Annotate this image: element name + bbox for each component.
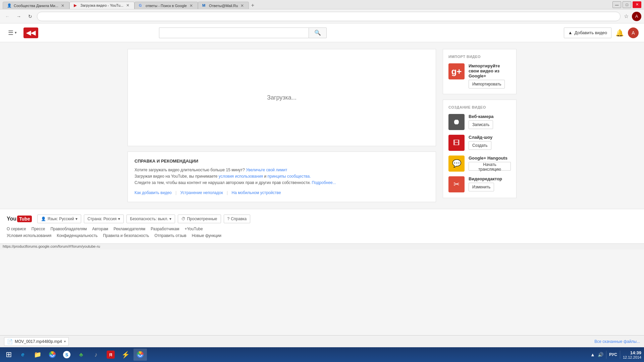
create-section-title: СОЗДАНИЕ ВИДЕО bbox=[448, 105, 511, 109]
webcam-item: ⏺ Веб-камера Записать bbox=[448, 114, 511, 130]
footer-link-authors[interactable]: Авторам bbox=[92, 227, 108, 231]
taskbar-music[interactable]: ♪ bbox=[89, 349, 103, 361]
info-link4[interactable]: Подробнее... bbox=[312, 180, 336, 185]
upload-box[interactable]: Загрузка... bbox=[127, 49, 436, 146]
taskbar-chrome[interactable] bbox=[46, 349, 59, 361]
back-button[interactable]: ← bbox=[3, 12, 12, 21]
refresh-button[interactable]: ↻ bbox=[25, 12, 35, 21]
tab-title-2: Загрузка видео - YouTu... bbox=[80, 3, 123, 7]
add-video-button[interactable]: ▲ Добавить видео bbox=[564, 27, 611, 38]
info-link1[interactable]: Увеличьте свой лимит bbox=[246, 168, 287, 172]
how-to-add-link[interactable]: Как добавить видео bbox=[135, 190, 172, 195]
info-link2[interactable]: условия использования bbox=[219, 174, 263, 179]
start-button[interactable]: ⊞ bbox=[3, 349, 15, 361]
slideshow-button[interactable]: Создать bbox=[469, 141, 491, 150]
taskbar-folder[interactable]: 📁 bbox=[31, 349, 44, 361]
history-button[interactable]: ⏱ Просмотренные bbox=[178, 215, 221, 223]
search-input[interactable] bbox=[159, 27, 309, 38]
taskbar-greenapp[interactable]: ♣ bbox=[74, 349, 88, 361]
download-bar: 📄 MOV_0017.mp4480p.mp4 ▾ Все скачанные ф… bbox=[0, 335, 644, 347]
youtube-logo[interactable]: ◀◀ bbox=[23, 27, 38, 38]
bookmark-star-icon[interactable]: ☆ bbox=[624, 13, 629, 19]
editor-button[interactable]: Изменить bbox=[469, 183, 494, 191]
taskbar-chrome2[interactable] bbox=[133, 349, 147, 361]
new-tab-button[interactable]: + bbox=[249, 2, 256, 9]
browser-tab-1[interactable]: 👤 Сообщества Данила Ми... ✕ bbox=[3, 2, 69, 9]
language-button[interactable]: 👤 Язык: Русский ▾ bbox=[37, 215, 81, 223]
hamburger-menu-button[interactable]: ☰ ▾ bbox=[5, 28, 19, 38]
user-avatar-button[interactable]: A bbox=[628, 27, 639, 38]
notification-button[interactable]: 🔔 bbox=[615, 29, 624, 37]
tab-close-3[interactable]: ✕ bbox=[189, 3, 194, 9]
footer-link-rights[interactable]: Правообладателям bbox=[50, 227, 87, 231]
taskbar-yandex[interactable]: Я bbox=[104, 349, 117, 361]
import-button[interactable]: Импортировать bbox=[469, 80, 505, 88]
footer-links2: Условия использования Конфиденциальность… bbox=[7, 233, 637, 238]
download-file-icon: 📄 bbox=[7, 339, 13, 344]
minimize-button[interactable]: — bbox=[612, 1, 621, 8]
footer-link-about[interactable]: О сервисе bbox=[7, 227, 26, 231]
download-item-arrow[interactable]: ▾ bbox=[64, 340, 66, 343]
maximize-button[interactable]: □ bbox=[623, 1, 631, 8]
safety-button[interactable]: Безопасность: выкл. ▾ bbox=[126, 215, 175, 223]
help-button[interactable]: ? Справка bbox=[224, 215, 251, 223]
footer-logo-you: You bbox=[7, 216, 16, 222]
user-account-icon[interactable]: A bbox=[632, 12, 641, 21]
volume-indicator[interactable]: 🔊 bbox=[598, 352, 603, 357]
footer-link-dev[interactable]: Разработчикам bbox=[151, 227, 179, 231]
tab-favicon-2: ▶ bbox=[74, 3, 78, 8]
hamburger-icon: ☰ bbox=[8, 29, 13, 37]
webcam-button[interactable]: Записать bbox=[469, 120, 493, 129]
skype-icon: S bbox=[63, 351, 70, 358]
network-indicator[interactable]: ▲ bbox=[590, 352, 595, 357]
footer-link-plusyt[interactable]: +YouTube bbox=[184, 227, 203, 231]
search-button[interactable]: 🔍 bbox=[309, 27, 327, 38]
all-downloads-link[interactable]: Все скачанные файлы... bbox=[594, 339, 640, 344]
content-scroll: ☰ ▾ ◀◀ 🔍 ▲ Добавить видео 🔔 bbox=[0, 23, 644, 335]
forward-button[interactable]: → bbox=[14, 12, 23, 21]
footer-link-feedback[interactable]: Отправить отзыв bbox=[154, 233, 186, 238]
hangouts-name: Google+ Hangouts bbox=[469, 156, 511, 161]
address-bar[interactable]: www.youtube.com/upload bbox=[37, 12, 621, 21]
browser-tab-4[interactable]: M Ответы@Mail.Ru ✕ bbox=[198, 2, 249, 9]
hamburger-arrow: ▾ bbox=[15, 31, 17, 35]
taskbar-yandex2[interactable]: ⚡ bbox=[119, 349, 132, 361]
tab-close-4[interactable]: ✕ bbox=[240, 3, 245, 9]
greenapp-icon: ♣ bbox=[77, 351, 85, 359]
hangouts-button[interactable]: Начать трансляцию bbox=[469, 162, 511, 171]
info-and: и bbox=[264, 174, 266, 179]
avatar-icon: A bbox=[632, 30, 635, 36]
page-wrapper: ☰ ▾ ◀◀ 🔍 ▲ Добавить видео 🔔 bbox=[0, 23, 644, 347]
troubleshoot-link[interactable]: Устранение неполадок bbox=[180, 190, 223, 195]
footer-link-terms[interactable]: Условия использования bbox=[7, 233, 51, 238]
country-arrow: ▾ bbox=[118, 217, 120, 221]
country-button[interactable]: Страна: Россия ▾ bbox=[84, 215, 124, 223]
mobile-link[interactable]: На мобильном устройстве bbox=[232, 190, 281, 195]
safety-label: Безопасность: выкл. bbox=[130, 217, 168, 221]
footer-logo-tube: Tube bbox=[17, 216, 32, 222]
footer-link-press[interactable]: Прессе bbox=[32, 227, 45, 231]
tab-close-2[interactable]: ✕ bbox=[125, 2, 130, 8]
time-display: 14:39 bbox=[623, 350, 641, 355]
close-button[interactable]: ✕ bbox=[633, 1, 641, 8]
yandex2-icon: ⚡ bbox=[121, 351, 129, 359]
webcam-icon: ⏺ bbox=[453, 118, 460, 126]
language-indicator[interactable]: РУС bbox=[609, 352, 617, 357]
browser-tab-3[interactable]: G ответы - Поиск в Google ✕ bbox=[135, 2, 198, 9]
download-item[interactable]: 📄 MOV_0017.mp4480p.mp4 ▾ bbox=[4, 337, 69, 346]
footer-link-privacy[interactable]: Конфиденциальность bbox=[57, 233, 98, 238]
import-item-name: Импортируйте свои видео из Google+ bbox=[469, 63, 511, 78]
editor-thumbnail: ✂ bbox=[448, 176, 465, 192]
taskbar-skype[interactable]: S bbox=[60, 349, 73, 361]
taskbar-separator2 bbox=[620, 351, 620, 359]
info-link3[interactable]: принципы сообщества. bbox=[267, 174, 311, 179]
footer-link-policy[interactable]: Правила и безопасность bbox=[103, 233, 149, 238]
browser-tab-2[interactable]: ▶ Загрузка видео - YouTu... ✕ bbox=[69, 2, 135, 9]
taskbar-ie[interactable]: e bbox=[16, 349, 30, 361]
add-video-icon: ▲ bbox=[568, 30, 573, 35]
info-line3: Следите за тем, чтобы ваш контент не нар… bbox=[135, 180, 311, 185]
tab-close-1[interactable]: ✕ bbox=[60, 3, 65, 9]
footer-link-newfeatures[interactable]: Новые функции bbox=[192, 233, 221, 238]
footer-link-ads[interactable]: Рекламодателям bbox=[114, 227, 146, 231]
window-controls: — □ ✕ bbox=[612, 1, 641, 8]
